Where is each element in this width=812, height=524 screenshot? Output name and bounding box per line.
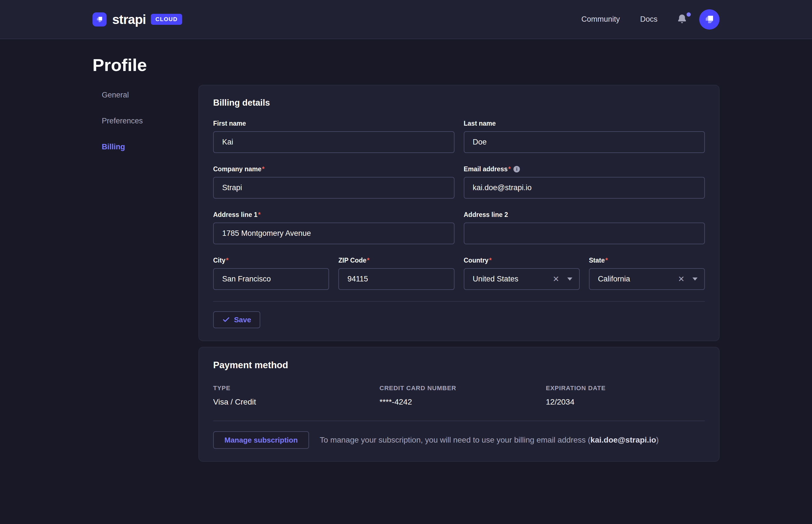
first-name-label: First name bbox=[213, 120, 455, 127]
notifications-button[interactable] bbox=[676, 14, 688, 26]
manage-subscription-button[interactable]: Manage subscription bbox=[213, 431, 309, 449]
country-label: Country* bbox=[464, 257, 580, 264]
payment-method-title: Payment method bbox=[213, 360, 705, 371]
zip-label: ZIP Code* bbox=[338, 257, 454, 264]
required-asterisk: * bbox=[489, 257, 492, 264]
brand-name: strapi bbox=[112, 12, 146, 27]
subscription-note: To manage your subscription, you will ne… bbox=[320, 436, 658, 445]
user-avatar[interactable] bbox=[699, 9, 719, 30]
state-field-group: State* California ✕ bbox=[589, 257, 705, 290]
address2-field-group: Address line 2 bbox=[464, 211, 705, 244]
last-name-field-group: Last name Doe bbox=[464, 120, 705, 153]
company-name-label: Company name* bbox=[213, 165, 455, 173]
billing-details-card: Billing details First name Kai Last name bbox=[198, 85, 719, 341]
billing-details-title: Billing details bbox=[213, 98, 705, 108]
last-name-input[interactable]: Doe bbox=[464, 131, 705, 153]
header-links: Community Docs bbox=[582, 9, 719, 30]
bell-icon bbox=[676, 14, 688, 26]
address2-label: Address line 2 bbox=[464, 211, 705, 218]
page-title: Profile bbox=[93, 55, 719, 75]
country-field-group: Country* United States ✕ bbox=[464, 257, 580, 290]
address1-input[interactable]: 1785 Montgomery Avenue bbox=[213, 223, 455, 244]
save-button[interactable]: Save bbox=[213, 311, 260, 328]
profile-sidebar: General Preferences Billing bbox=[93, 85, 198, 168]
clear-icon[interactable]: ✕ bbox=[678, 275, 685, 283]
required-asterisk: * bbox=[367, 257, 370, 264]
payment-type-label: TYPE bbox=[213, 384, 380, 392]
card-divider bbox=[213, 301, 705, 302]
cloud-badge: CLOUD bbox=[151, 14, 182, 25]
required-asterisk: * bbox=[258, 211, 260, 218]
payment-type-value: Visa / Credit bbox=[213, 397, 380, 407]
address2-input[interactable] bbox=[464, 223, 705, 244]
card-divider bbox=[213, 421, 705, 421]
required-asterisk: * bbox=[262, 165, 265, 173]
state-label: State* bbox=[589, 257, 705, 264]
card-number-value: ****-4242 bbox=[380, 397, 546, 407]
top-navigation-bar: strapi CLOUD Community Docs bbox=[0, 0, 812, 39]
chevron-down-icon bbox=[567, 278, 572, 281]
strapi-logo-icon bbox=[93, 12, 107, 27]
expiration-column: EXPIRATION DATE 12/2034 bbox=[546, 384, 705, 407]
notification-dot-icon bbox=[686, 12, 691, 17]
sidebar-item-general[interactable]: General bbox=[102, 90, 198, 100]
zip-field-group: ZIP Code* 94115 bbox=[338, 257, 454, 290]
company-name-input[interactable]: Strapi bbox=[213, 177, 455, 199]
expiration-value: 12/2034 bbox=[546, 397, 705, 407]
card-number-column: CREDIT CARD NUMBER ****-4242 bbox=[380, 384, 546, 407]
first-name-input[interactable]: Kai bbox=[213, 131, 455, 153]
expiration-label: EXPIRATION DATE bbox=[546, 384, 705, 392]
address1-label: Address line 1* bbox=[213, 211, 455, 218]
address1-field-group: Address line 1* 1785 Montgomery Avenue bbox=[213, 211, 455, 244]
avatar-strapi-icon bbox=[703, 14, 715, 26]
chevron-down-icon bbox=[692, 278, 698, 281]
payment-info-grid: TYPE Visa / Credit CREDIT CARD NUMBER **… bbox=[213, 384, 705, 407]
email-input[interactable]: kai.doe@strapi.io bbox=[464, 177, 705, 199]
required-asterisk: * bbox=[226, 257, 228, 264]
first-name-field-group: First name Kai bbox=[213, 120, 455, 153]
email-label: Email address* i bbox=[464, 165, 705, 173]
strapi-logo[interactable]: strapi CLOUD bbox=[93, 12, 182, 27]
country-select[interactable]: United States ✕ bbox=[464, 268, 580, 290]
clear-icon[interactable]: ✕ bbox=[553, 275, 559, 283]
nav-link-docs[interactable]: Docs bbox=[640, 15, 657, 24]
last-name-label: Last name bbox=[464, 120, 705, 127]
city-label: City* bbox=[213, 257, 329, 264]
required-asterisk: * bbox=[605, 257, 608, 264]
check-icon bbox=[222, 316, 230, 324]
payment-type-column: TYPE Visa / Credit bbox=[213, 384, 380, 407]
city-input[interactable]: San Francisco bbox=[213, 268, 329, 290]
info-icon[interactable]: i bbox=[513, 166, 520, 173]
company-name-field-group: Company name* Strapi bbox=[213, 165, 455, 199]
sidebar-item-preferences[interactable]: Preferences bbox=[102, 116, 198, 126]
email-field-group: Email address* i kai.doe@strapi.io bbox=[464, 165, 705, 199]
payment-method-card: Payment method TYPE Visa / Credit CREDIT… bbox=[198, 347, 719, 462]
zip-input[interactable]: 94115 bbox=[338, 268, 454, 290]
billing-email: kai.doe@strapi.io bbox=[590, 436, 656, 444]
city-field-group: City* San Francisco bbox=[213, 257, 329, 290]
sidebar-item-billing[interactable]: Billing bbox=[102, 142, 198, 152]
card-number-label: CREDIT CARD NUMBER bbox=[380, 384, 546, 392]
nav-link-community[interactable]: Community bbox=[582, 15, 620, 24]
state-select[interactable]: California ✕ bbox=[589, 268, 705, 290]
required-asterisk: * bbox=[508, 165, 511, 173]
main-content: Profile General Preferences Billing Bill… bbox=[0, 55, 812, 462]
